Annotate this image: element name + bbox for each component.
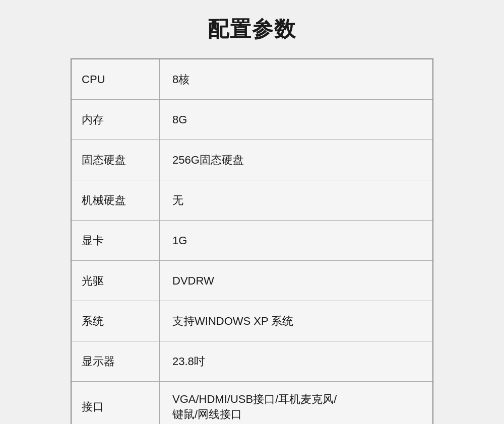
spec-label: 固态硬盘 bbox=[72, 140, 160, 180]
spec-value: 256G固态硬盘 bbox=[160, 140, 432, 180]
spec-value: 1G bbox=[160, 221, 432, 260]
spec-label: 系统 bbox=[72, 301, 160, 341]
table-row: CPU8核 bbox=[72, 59, 432, 100]
spec-label: 光驱 bbox=[72, 261, 160, 301]
spec-label: 接口 bbox=[72, 382, 160, 424]
spec-value: 8核 bbox=[160, 59, 432, 99]
spec-label: 显卡 bbox=[72, 221, 160, 260]
spec-label: CPU bbox=[72, 59, 160, 99]
spec-table: CPU8核内存8G固态硬盘256G固态硬盘机械硬盘无显卡1G光驱DVDRW系统支… bbox=[71, 58, 433, 424]
table-row: 机械硬盘无 bbox=[72, 180, 432, 221]
spec-value: 23.8吋 bbox=[160, 341, 432, 381]
spec-label: 机械硬盘 bbox=[72, 180, 160, 220]
spec-value: 支持WINDOWS XP 系统 bbox=[160, 301, 432, 341]
table-row: 显示器23.8吋 bbox=[72, 341, 432, 382]
table-row: 接口VGA/HDMI/USB接口/耳机麦克风/键鼠/网线接口 bbox=[72, 382, 432, 424]
table-row: 光驱DVDRW bbox=[72, 261, 432, 301]
spec-label: 内存 bbox=[72, 100, 160, 139]
spec-value: 8G bbox=[160, 100, 432, 139]
page-title: 配置参数 bbox=[208, 15, 296, 43]
table-row: 显卡1G bbox=[72, 221, 432, 261]
spec-label: 显示器 bbox=[72, 341, 160, 381]
table-row: 固态硬盘256G固态硬盘 bbox=[72, 140, 432, 180]
table-row: 内存8G bbox=[72, 100, 432, 140]
table-row: 系统支持WINDOWS XP 系统 bbox=[72, 301, 432, 341]
spec-value: 无 bbox=[160, 180, 432, 220]
spec-value: DVDRW bbox=[160, 261, 432, 301]
spec-value: VGA/HDMI/USB接口/耳机麦克风/键鼠/网线接口 bbox=[160, 382, 432, 424]
